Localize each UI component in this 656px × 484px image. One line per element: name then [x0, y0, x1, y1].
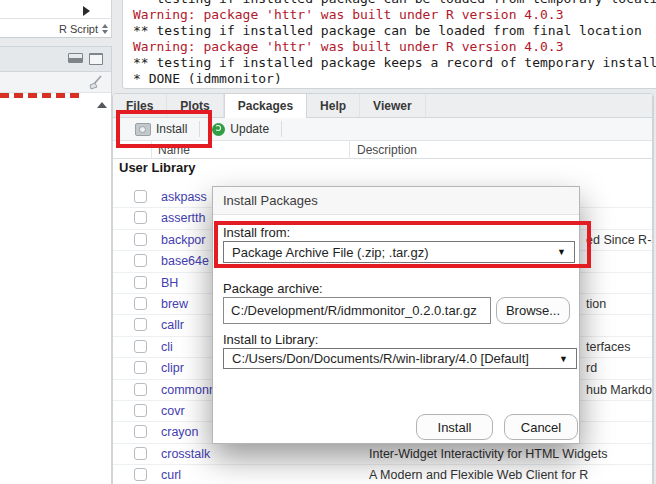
description-column-header: Description [357, 143, 417, 157]
package-name-link[interactable]: commonm [161, 383, 219, 397]
install-from-select[interactable]: Package Archive File (.zip; .tar.gz) ▼ [223, 241, 575, 263]
dialog-cancel-button[interactable]: Cancel [504, 414, 578, 440]
package-name-link[interactable]: askpass [161, 190, 207, 204]
packages-table-header: Name Description [113, 141, 653, 159]
package-name-link[interactable]: callr [161, 318, 184, 332]
show-more-arrow-icon[interactable] [83, 6, 90, 16]
package-description: ed Since R-3. [586, 233, 654, 247]
package-row: curlA Modern and Flexible Web Client for… [113, 465, 653, 484]
left-column: R Script [0, 0, 112, 484]
clipped-red-text-fragment [0, 93, 82, 98]
toolbar-separator [199, 121, 200, 137]
minimize-pane-icon[interactable] [68, 53, 83, 63]
install-button[interactable]: Install [129, 118, 193, 140]
package-description: hub Markdow [586, 383, 654, 397]
file-type-selector[interactable]: R Script [59, 23, 98, 35]
package-checkbox[interactable] [134, 211, 147, 224]
browse-button[interactable]: Browse... [496, 297, 570, 324]
package-checkbox[interactable] [134, 233, 147, 246]
package-name-link[interactable]: backpor [161, 233, 205, 247]
source-status-bar: R Script [0, 19, 112, 38]
packages-toolbar: Install Update [113, 118, 653, 141]
package-checkbox[interactable] [134, 383, 147, 396]
update-button-label: Update [230, 122, 269, 136]
source-editor-strip [0, 0, 112, 19]
package-checkbox[interactable] [134, 276, 147, 289]
package-description: terfaces [586, 340, 630, 354]
tab-help[interactable]: Help [307, 94, 360, 117]
tab-plots[interactable]: Plots [167, 94, 223, 117]
console-line: Warning: package 'httr' was built under … [133, 39, 656, 55]
package-name-link[interactable]: assertth [161, 211, 205, 225]
tab-files[interactable]: Files [113, 94, 167, 117]
install-from-value: Package Archive File (.zip; .tar.gz) [232, 245, 429, 260]
package-name-link[interactable]: BH [161, 276, 178, 290]
package-description: A Modern and Flexible Web Client for R [369, 468, 588, 482]
user-library-group-header: User Library [119, 160, 196, 175]
package-archive-input[interactable]: C:/Development/R/idmmonitor_0.2.0.tar.gz [223, 297, 491, 324]
lower-left-pane-header [0, 47, 111, 72]
install-packages-dialog: Install Packages Install from: Package A… [212, 186, 580, 444]
package-name-link[interactable]: brew [161, 297, 188, 311]
package-name-link[interactable]: covr [161, 404, 185, 418]
chevron-down-icon: ▼ [559, 354, 568, 364]
package-checkbox[interactable] [134, 404, 147, 417]
install-package-icon [135, 123, 151, 136]
update-refresh-icon [212, 123, 225, 136]
package-description: tion [586, 297, 606, 311]
package-checkbox[interactable] [134, 361, 147, 374]
package-checkbox[interactable] [134, 318, 147, 331]
package-checkbox[interactable] [134, 340, 147, 353]
dialog-install-button[interactable]: Install [416, 414, 493, 440]
console-output: ** testing if installed package can be l… [123, 0, 656, 87]
dialog-title: Install Packages [213, 187, 579, 215]
package-name-link[interactable]: crayon [161, 425, 199, 439]
install-to-library-select[interactable]: C:/Users/Don/Documents/R/win-library/4.0… [223, 348, 577, 369]
file-type-spinner-icon[interactable] [102, 24, 108, 34]
package-checkbox[interactable] [134, 447, 147, 460]
package-checkbox[interactable] [134, 468, 147, 481]
package-description: rd [586, 361, 597, 375]
chevron-down-icon: ▼ [557, 247, 566, 257]
console-line: Warning: package 'httr' was built under … [133, 7, 656, 23]
tab-viewer[interactable]: Viewer [360, 94, 425, 117]
clear-broom-icon[interactable] [87, 75, 103, 95]
scroll-up-arrow-icon[interactable] [97, 102, 107, 108]
pane-tabbar: FilesPlotsPackagesHelpViewer [113, 94, 653, 118]
install-from-label: Install from: [223, 225, 290, 240]
package-checkbox[interactable] [134, 425, 147, 438]
package-name-link[interactable]: crosstalk [161, 447, 210, 461]
package-checkbox[interactable] [134, 254, 147, 267]
maximize-pane-icon[interactable] [89, 53, 103, 65]
lower-left-pane [0, 46, 112, 484]
install-button-label: Install [156, 122, 187, 136]
install-to-library-value: C:/Users/Don/Documents/R/win-library/4.0… [232, 351, 529, 366]
console-line: ** testing if installed package can be l… [133, 23, 656, 39]
console-line: ** testing if installed package can be l… [133, 0, 656, 7]
package-name-link[interactable]: cli [161, 340, 173, 354]
toolbar-separator [281, 121, 282, 137]
name-column-header: Name [158, 143, 190, 157]
console-line: * DONE (idmmonitor) [133, 71, 656, 87]
pane-border [652, 94, 653, 484]
source-pane: R Script [0, 0, 112, 38]
package-name-link[interactable]: curl [161, 468, 181, 482]
install-to-library-label: Install to Library: [223, 332, 318, 347]
package-name-link[interactable]: base64e [161, 254, 209, 268]
package-checkbox[interactable] [134, 297, 147, 310]
lower-left-toolbar [0, 72, 111, 93]
package-name-link[interactable]: clipr [161, 361, 184, 375]
update-button[interactable]: Update [206, 118, 275, 140]
package-archive-label: Package archive: [223, 281, 323, 296]
package-row: crosstalkInter-Widget Interactivity for … [113, 444, 653, 465]
tab-packages[interactable]: Packages [224, 94, 307, 118]
package-checkbox[interactable] [134, 190, 147, 203]
console-line: ** testing if installed package keeps a … [133, 55, 656, 71]
console-pane[interactable]: ** testing if installed package can be l… [122, 0, 656, 89]
package-description: Inter-Widget Interactivity for HTML Widg… [369, 447, 608, 461]
